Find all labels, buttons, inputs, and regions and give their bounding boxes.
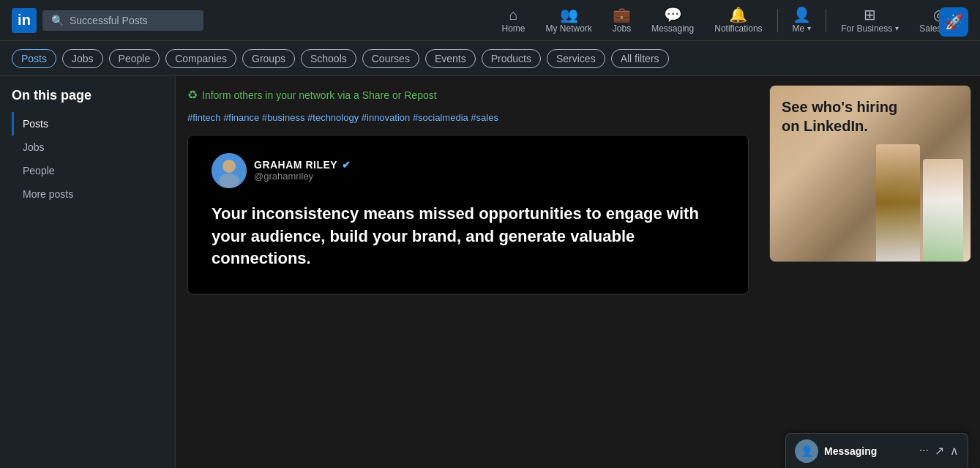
- hashtag-bar[interactable]: #fintech #finance #business #technology …: [187, 111, 749, 126]
- jobs-icon: 💼: [613, 7, 631, 22]
- messaging-chevron-icon[interactable]: ∧: [950, 444, 959, 458]
- nav-item-network[interactable]: 👥 My Network: [536, 3, 600, 38]
- filter-pill-groups[interactable]: Groups: [242, 49, 295, 68]
- nav-item-jobs-label: Jobs: [613, 23, 631, 34]
- feed: ♻ Inform others in your network via a Sh…: [176, 76, 760, 468]
- share-repost-bar: ♻ Inform others in your network via a Sh…: [187, 88, 749, 102]
- svg-point-2: [219, 174, 239, 188]
- home-icon: ⌂: [509, 7, 517, 22]
- messaging-external-icon[interactable]: ↗: [935, 444, 944, 458]
- messaging-icons: ··· ↗ ∧: [919, 444, 959, 458]
- sidebar: On this page Posts Jobs People More post…: [0, 76, 176, 468]
- right-sidebar: See who's hiring on LinkedIn.: [760, 76, 980, 468]
- search-icon: 🔍: [51, 15, 64, 26]
- filter-pill-jobs[interactable]: Jobs: [62, 49, 103, 68]
- sidebar-title: On this page: [12, 88, 163, 103]
- filter-pill-services[interactable]: Services: [547, 49, 605, 68]
- search-bar[interactable]: 🔍 Successful Posts: [42, 10, 203, 31]
- rocket-button[interactable]: 🚀: [939, 7, 968, 37]
- nav-item-home[interactable]: ⌂ Home: [493, 3, 534, 38]
- post-inner: GRAHAM RILEY ✔ @grahamriley Your inconsi…: [188, 135, 748, 294]
- nav-item-jobs[interactable]: 💼 Jobs: [604, 3, 640, 38]
- linkedin-logo[interactable]: in: [12, 8, 37, 33]
- post-text: Your inconsistency means missed opportun…: [212, 203, 725, 270]
- nav-item-notifications[interactable]: 🔔 Notifications: [706, 3, 771, 38]
- sidebar-items: Posts Jobs People More posts: [12, 112, 163, 206]
- share-repost-text: Inform others in your network via a Shar…: [202, 89, 437, 101]
- nav-divider: [777, 9, 778, 32]
- nav-item-me-label: Me: [793, 23, 805, 34]
- ad-text-overlay: See who's hiring on LinkedIn.: [782, 97, 897, 135]
- nav-item-home-label: Home: [501, 23, 525, 34]
- post-author-info: GRAHAM RILEY ✔ @grahamriley: [254, 159, 351, 182]
- filter-pill-companies[interactable]: Companies: [165, 49, 236, 68]
- filter-pill-schools[interactable]: Schools: [301, 49, 356, 68]
- top-navigation: in 🔍 Successful Posts ⌂ Home 👥 My Networ…: [0, 0, 980, 41]
- recycle-icon: ♻: [187, 88, 198, 102]
- nav-item-me[interactable]: 👤 Me ▾: [784, 3, 820, 38]
- nav-divider-2: [826, 9, 826, 32]
- notifications-icon: 🔔: [729, 7, 747, 22]
- me-dropdown-icon: ▾: [807, 24, 811, 32]
- messaging-icon: 💬: [664, 7, 682, 22]
- network-icon: 👥: [560, 7, 578, 22]
- main-content: On this page Posts Jobs People More post…: [0, 76, 980, 468]
- ad-image: See who's hiring on LinkedIn.: [770, 86, 970, 261]
- avatar: [212, 153, 247, 188]
- post-author-handle: @grahamriley: [254, 171, 351, 182]
- filter-pill-all-filters[interactable]: All filters: [611, 49, 669, 68]
- filter-bar: Posts Jobs People Companies Groups Schoo…: [0, 41, 980, 76]
- me-icon: 👤: [793, 7, 811, 22]
- sidebar-item-jobs[interactable]: Jobs: [12, 135, 163, 159]
- rocket-icon: 🚀: [945, 13, 963, 31]
- nav-item-for-business[interactable]: ⊞ For Business ▾: [832, 3, 908, 38]
- filter-pill-posts[interactable]: Posts: [12, 49, 56, 68]
- messaging-avatar: 👤: [795, 439, 818, 463]
- nav-item-for-business-label: For Business: [841, 23, 892, 34]
- nav-item-network-label: My Network: [545, 23, 591, 34]
- post-author-name: GRAHAM RILEY ✔: [254, 159, 351, 171]
- sidebar-item-people[interactable]: People: [12, 159, 163, 182]
- sidebar-item-posts[interactable]: Posts: [12, 112, 163, 135]
- for-business-dropdown-icon: ▾: [895, 24, 899, 32]
- nav-item-messaging-label: Messaging: [651, 23, 694, 34]
- search-input-text: Successful Posts: [70, 15, 148, 26]
- nav-item-notifications-label: Notifications: [714, 23, 762, 34]
- svg-point-1: [222, 160, 236, 173]
- messaging-label: Messaging: [824, 445, 913, 457]
- messaging-dots-icon[interactable]: ···: [919, 444, 929, 458]
- ad-card[interactable]: See who's hiring on LinkedIn.: [769, 85, 971, 262]
- for-business-icon: ⊞: [864, 7, 876, 22]
- filter-pill-people[interactable]: People: [109, 49, 160, 68]
- filter-pill-courses[interactable]: Courses: [362, 49, 419, 68]
- filter-pill-events[interactable]: Events: [425, 49, 476, 68]
- sidebar-item-more-posts[interactable]: More posts: [12, 182, 163, 206]
- post-header: GRAHAM RILEY ✔ @grahamriley: [212, 153, 725, 188]
- nav-item-messaging[interactable]: 💬 Messaging: [643, 3, 703, 38]
- nav-items: ⌂ Home 👥 My Network 💼 Jobs 💬 Messaging 🔔…: [493, 3, 968, 38]
- post-card: GRAHAM RILEY ✔ @grahamriley Your inconsi…: [187, 135, 749, 294]
- verified-badge-icon: ✔: [342, 159, 351, 171]
- filter-pill-products[interactable]: Products: [482, 49, 541, 68]
- messaging-bar[interactable]: 👤 Messaging ··· ↗ ∧: [785, 433, 968, 468]
